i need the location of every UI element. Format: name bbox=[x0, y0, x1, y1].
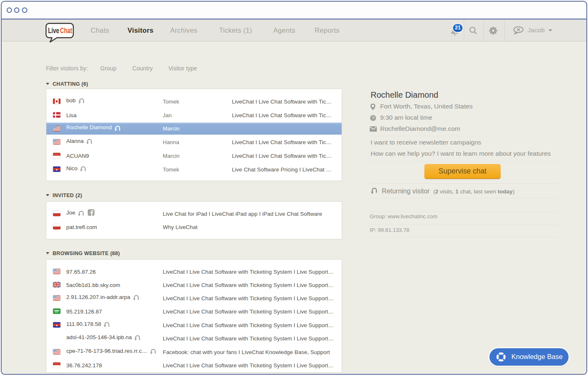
svg-text:Live: Live bbox=[48, 27, 59, 35]
svg-text:Chat: Chat bbox=[60, 27, 72, 35]
